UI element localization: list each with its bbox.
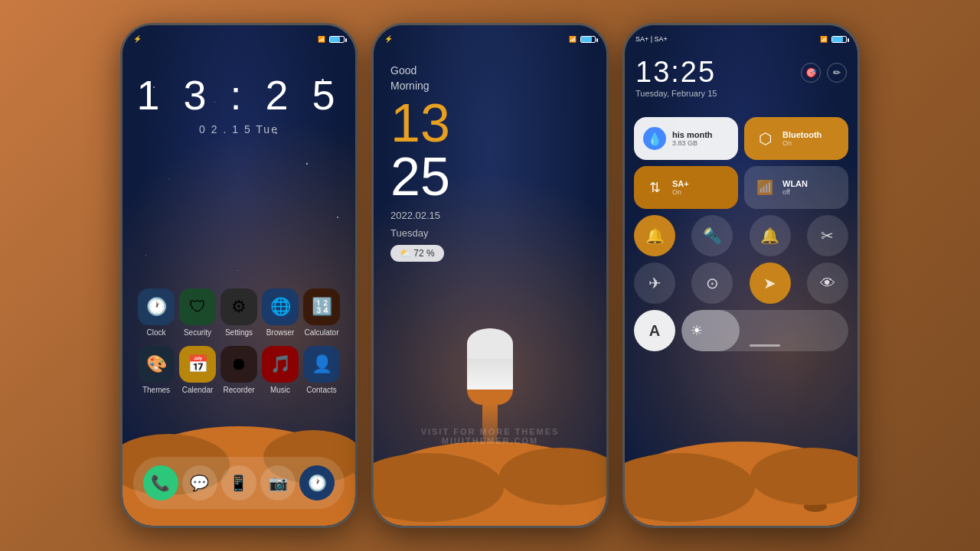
phone3-header: 13:25 🎯 ✏ Tuesday, February 15 [635,48,847,98]
dock-dialpad[interactable]: 📱 [221,465,256,500]
airplane-toggle[interactable]: ✈ [634,262,675,304]
phone-1: ⚡ 📶 1 3 : 2 5 0 2 . 1 5 Tue 🕐 Clock 🛡 Se… [120,23,358,528]
themes-icon: 🎨 [138,346,175,383]
wlan-text: WLAN off [782,179,808,196]
status-bar-phone3: SA+ | SA+ 📶 [625,30,858,48]
app-clock[interactable]: 🕐 Clock [136,289,176,337]
calendar-icon: 📅 [179,346,216,383]
notification-toggle[interactable]: 🔔 [750,215,791,256]
font-size-btn[interactable]: A [634,310,675,351]
security-icon: 🛡 [179,289,216,325]
data-label: his month [672,130,713,139]
font-label: A [649,322,660,340]
sa-label: SA+ [672,179,689,188]
flashlight-toggle[interactable]: 🔦 [691,215,733,256]
app-recorder[interactable]: ⏺ Recorder [219,346,259,394]
app-music[interactable]: 🎵 Music [260,346,300,394]
app-contacts[interactable]: 👤 Contacts [302,346,341,394]
edit-icon-btn[interactable]: ✏ [827,63,847,83]
browser-icon: 🌐 [262,289,299,325]
settings-label: Settings [225,328,253,337]
greeting-line1: Good [390,64,590,79]
sa-indicator: SA+ | SA+ [635,35,668,43]
sa-tile[interactable]: ⇅ SA+ On [634,166,738,209]
big-hour: 13 [390,93,450,153]
p3-date: Tuesday, February 15 [635,89,847,98]
big-day: Tuesday [390,227,590,239]
dock: 📞 💬 📱 📷 🕐 [133,457,345,509]
phone-2: ⚡ 📶 Good Morning 13 25 2022.02.15 Tuesda… [371,23,609,528]
sa-icon: ⇅ [643,176,666,199]
location-icon-btn[interactable]: 🎯 [801,63,821,83]
dock-phone[interactable]: 📞 [143,465,178,500]
music-label: Music [270,386,290,394]
wlan-icon: 📶 [753,176,776,199]
bluetooth-tile[interactable]: ⬡ Bluetooth On [744,117,848,160]
bt-label: Bluetooth [782,130,822,139]
status-right-2: 📶 [569,36,596,43]
wlan-tile[interactable]: 📶 WLAN off [744,166,848,209]
status-left: ⚡ [133,35,142,43]
settings-icon: ⚙ [220,289,257,325]
sun-icon: ☀ [691,322,703,339]
contacts-label: Contacts [306,386,336,394]
sa-text: SA+ On [672,179,689,196]
status-bar-phone2: ⚡ 📶 [374,30,606,48]
crater [804,501,827,512]
p3-time: 13:25 [635,56,716,89]
weather-badge: ⛅ 72 % [390,245,444,262]
clock-icon: 🕐 [138,289,175,325]
recorder-label: Recorder [223,386,254,394]
app-row-1: 🕐 Clock 🛡 Security ⚙ Settings 🌐 Browser … [136,289,341,337]
app-calendar[interactable]: 📅 Calendar [178,346,217,394]
data-sub: 3.83 GB [672,139,713,147]
toggle-row-1: 🔔 🔦 🔔 ✂ [634,215,848,256]
screenshot-toggle[interactable]: ✂ [807,215,848,256]
eye-toggle[interactable]: 👁 [807,262,848,304]
status-left-2: ⚡ [384,35,393,43]
terrain-phone3 [625,442,858,526]
bt-text: Bluetooth On [782,130,822,147]
app-settings[interactable]: ⚙ Settings [219,289,259,337]
data-tile[interactable]: 💧 his month 3.83 GB [634,117,738,160]
slider-handle [750,344,780,347]
calculator-icon: 🔢 [303,289,340,325]
app-security[interactable]: 🛡 Security [178,289,217,337]
invert-toggle[interactable]: ⊙ [691,262,733,304]
app-calculator[interactable]: 🔢 Calculator [302,289,341,337]
brightness-slider[interactable]: ☀ [681,310,848,351]
calculator-label: Calculator [304,328,338,337]
dock-clock[interactable]: 🕐 [299,465,335,500]
clock-date: 0 2 . 1 5 Tue [122,123,355,135]
terrain-phone2 [374,442,606,526]
ctrl-row-2: ⇅ SA+ On 📶 WLAN off [634,166,848,209]
app-row-2: 🎨 Themes 📅 Calendar ⏺ Recorder 🎵 Music 👤… [136,346,341,394]
app-themes[interactable]: 🎨 Themes [136,346,176,394]
dock-messages[interactable]: 💬 [182,465,217,500]
app-grid: 🕐 Clock 🛡 Security ⚙ Settings 🌐 Browser … [122,289,355,403]
wlan-label: WLAN [782,179,808,188]
contacts-icon: 👤 [303,346,340,383]
security-label: Security [184,328,211,337]
clock-time: 1 3 : 2 5 [122,71,355,119]
dock-camera[interactable]: 📷 [260,465,296,500]
weather-text: ⛅ 72 % [400,248,435,259]
wlan-sub: off [782,188,808,196]
app-browser[interactable]: 🌐 Browser [260,289,300,337]
greeting-line2: Morning [390,79,590,94]
greeting: Good Morning [390,64,590,93]
browser-label: Browser [266,328,295,337]
sa-sub: On [672,188,689,196]
clock-label: Clock [146,328,165,337]
phone1-clock: 1 3 : 2 5 0 2 . 1 5 Tue [122,71,355,135]
calendar-label: Calendar [182,386,214,394]
rocket-body [467,359,513,390]
p3-time-area: 13:25 🎯 ✏ Tuesday, February 15 [635,56,847,98]
big-time: 13 25 [390,96,590,204]
big-date: 2022.02.15 [390,210,590,221]
status-right: 📶 [318,36,345,43]
vibrate-toggle[interactable]: 🔔 [634,215,675,256]
location-toggle[interactable]: ➤ [750,262,791,304]
bt-icon: ⬡ [753,127,776,150]
music-icon: 🎵 [262,346,299,383]
